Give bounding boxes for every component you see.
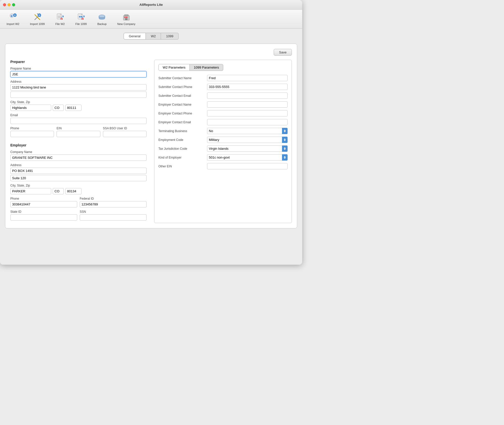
tab-1099[interactable]: 1099 [161,33,179,40]
tab-w2-parameters[interactable]: W2 Parameters [158,64,190,71]
employer-city-state-zip-label: City, State, Zip [10,184,147,187]
tax-jurisdiction-code-select[interactable]: Virgin Islands None [207,145,288,152]
form-panel: Save Preparer Preparer Name Address City… [5,44,297,228]
preparer-ein-group: EIN [57,127,100,137]
traffic-lights [3,3,15,6]
employer-ssn-label: SSN [80,210,147,214]
employer-ssn-input[interactable] [80,214,147,221]
toolbar-file-w2[interactable]: ▶ File W2 [54,12,66,26]
employer-company-name-input[interactable] [10,155,147,161]
toolbar-new-company[interactable]: New Company [116,12,137,26]
svg-rect-24 [124,17,126,18]
import-1099-icon: + [33,13,42,22]
employer-federal-id-label: Federal ID [80,197,147,200]
employment-code-select-container: Military Regular Agricultural Household [207,137,288,143]
employer-phone-federal-row: Phone Federal ID [10,197,147,210]
employer-city-input[interactable] [10,188,51,194]
preparer-address-label: Address [10,80,147,83]
employer-phone-label: Phone [10,197,77,200]
tax-jurisdiction-code-select-container: Virgin Islands None [207,145,288,152]
submitter-contact-email-label: Submitter Contact Email [158,94,205,98]
maximize-button[interactable] [12,3,15,6]
employment-code-field: Employment Code Military Regular Agricul… [158,137,288,143]
tab-general[interactable]: General [124,33,146,40]
terminating-business-select[interactable]: No Yes [207,128,288,134]
tax-jurisdiction-code-label: Tax Jurisdiction Code [158,147,205,150]
submitter-contact-name-input[interactable] [207,75,288,81]
employer-contact-phone-label: Employer Contact Phone [158,112,205,115]
file-1099-icon: ▶ [76,13,86,22]
employer-city-state-zip-row [10,188,147,194]
terminating-business-field: Terminating Business No Yes [158,128,288,134]
preparer-state-input[interactable] [53,105,64,111]
file-1099-label: File 1099 [75,22,87,25]
kind-of-employer-select[interactable]: 501c non-govt Federal State/local None a… [207,154,288,161]
form-left: Preparer Preparer Name Address City, Sta… [10,60,147,223]
preparer-address-group: Address [10,80,147,98]
preparer-city-state-zip-row [10,105,147,111]
toolbar-file-1099[interactable]: ▶ File 1099 [74,12,88,26]
toolbar: + Import W2 + Import 1099 [0,10,302,29]
file-w2-icon: ▶ [55,13,65,22]
employer-contact-email-input[interactable] [207,119,288,125]
form-right: W2 Parameters 1099 Parameters Submitter … [154,60,292,223]
toolbar-import-w2[interactable]: + Import W2 [5,12,21,26]
other-ein-input[interactable] [207,163,288,169]
employer-state-id-label: State ID [10,210,77,214]
preparer-name-input[interactable] [10,71,147,77]
employer-section-header: Employer [10,143,147,147]
employer-contact-phone-field: Employer Contact Phone [158,110,288,116]
preparer-ssa-bso-label: SSA BSO User ID [103,127,147,130]
preparer-phone-input[interactable] [10,131,54,137]
preparer-ssa-bso-input[interactable] [103,131,147,137]
employer-federal-id-input[interactable] [80,201,147,207]
employer-contact-phone-input[interactable] [207,110,288,116]
other-ein-field: Other EIN [158,163,288,169]
close-button[interactable] [3,3,6,6]
employer-zip-input[interactable] [65,188,81,194]
submitter-contact-phone-label: Submitter Contact Phone [158,85,205,89]
svg-rect-16 [79,16,80,17]
toolbar-backup[interactable]: Backup [96,12,108,26]
submitter-contact-phone-input[interactable] [207,84,288,90]
employer-address-line1-input[interactable] [10,168,147,174]
employer-state-input[interactable] [53,188,64,194]
other-ein-label: Other EIN [158,165,205,168]
preparer-city-input[interactable] [10,105,51,111]
svg-text:+: + [14,14,16,17]
preparer-ein-label: EIN [57,127,100,130]
preparer-zip-input[interactable] [65,105,81,111]
import-w2-icon: + [8,13,17,22]
employer-contact-name-label: Employer Contact Name [158,103,205,106]
import-w2-label: Import W2 [7,22,19,25]
preparer-address-line2-input[interactable] [10,92,147,98]
preparer-ein-input[interactable] [57,131,100,137]
preparer-address-line1-input[interactable] [10,84,147,90]
minimize-button[interactable] [8,3,11,6]
toolbar-import-1099[interactable]: + Import 1099 [29,12,46,26]
employment-code-select[interactable]: Military Regular Agricultural Household [207,137,288,143]
preparer-phone-ein-ssa-row: Phone EIN SSA BSO User ID [10,127,147,140]
main-content: General W2 1099 Save Preparer Preparer N… [0,29,302,232]
file-w2-label: File W2 [55,22,65,25]
preparer-phone-label: Phone [10,127,54,130]
terminating-business-label: Terminating Business [158,129,205,133]
preparer-email-input[interactable] [10,118,147,124]
employer-state-id-input[interactable] [10,214,77,221]
svg-point-21 [99,15,105,17]
preparer-phone-group: Phone [10,127,54,137]
employer-phone-input[interactable] [10,201,77,207]
preparer-name-label: Preparer Name [10,67,147,70]
employer-contact-name-input[interactable] [207,101,288,108]
preparer-city-state-zip-label: City, State, Zip [10,100,147,104]
preparer-ssa-bso-group: SSA BSO User ID [103,127,147,137]
employer-federal-id-group: Federal ID [80,197,147,207]
tab-1099-parameters[interactable]: 1099 Parameters [190,64,223,71]
titlebar: AllReports Lite [0,0,302,10]
submitter-contact-email-input[interactable] [207,93,288,99]
preparer-city-state-zip-group: City, State, Zip [10,100,147,111]
save-button[interactable]: Save [274,49,292,56]
employer-address-line2-input[interactable] [10,175,147,181]
tab-w2[interactable]: W2 [146,33,161,40]
main-tab-bar: General W2 1099 [5,33,297,40]
